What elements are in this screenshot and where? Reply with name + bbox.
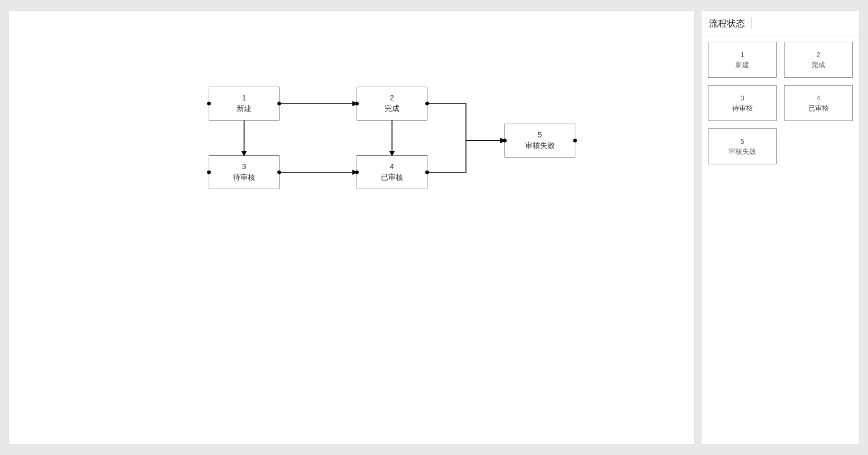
- port-right-icon[interactable]: [277, 171, 281, 174]
- state-card[interactable]: 1新建: [708, 42, 777, 78]
- flow-node-num: 3: [242, 162, 246, 172]
- port-left-icon[interactable]: [503, 139, 507, 143]
- state-card[interactable]: 4已审核: [784, 85, 853, 121]
- flow-node-num: 5: [538, 130, 542, 141]
- state-card-num: 3: [740, 93, 744, 104]
- state-card[interactable]: 3待审核: [708, 85, 777, 121]
- state-sidebar: 流程状态 1新建2完成3待审核4已审核5审核失败: [701, 11, 860, 444]
- flow-canvas[interactable]: 1新建2完成3待审核4已审核5审核失败: [8, 11, 695, 444]
- flow-node-num: 2: [390, 93, 394, 104]
- port-right-icon[interactable]: [277, 102, 281, 106]
- state-card-label: 已审核: [808, 103, 829, 114]
- port-left-icon[interactable]: [355, 171, 359, 174]
- sidebar-body: 1新建2完成3待审核4已审核5审核失败: [702, 35, 859, 171]
- flow-node-num: 4: [390, 162, 394, 172]
- state-card[interactable]: 5审核失败: [708, 128, 777, 164]
- sidebar-title: 流程状态: [709, 17, 752, 30]
- state-card-num: 1: [740, 50, 744, 60]
- flow-node[interactable]: 4已审核: [357, 155, 427, 189]
- flow-node-label: 待审核: [233, 172, 255, 183]
- state-card-label: 待审核: [732, 103, 753, 114]
- sidebar-header: 流程状态: [702, 11, 859, 35]
- flow-node[interactable]: 1新建: [209, 87, 279, 120]
- flow-node[interactable]: 3待审核: [209, 155, 279, 189]
- flow-node-label: 已审核: [381, 172, 403, 183]
- flow-edge[interactable]: [427, 141, 505, 172]
- flow-node-label: 审核失败: [525, 141, 555, 151]
- state-card-label: 新建: [735, 60, 749, 70]
- state-card-num: 5: [740, 136, 744, 147]
- flow-node[interactable]: 2完成: [357, 87, 427, 120]
- state-card-num: 2: [816, 50, 820, 60]
- port-right-icon[interactable]: [425, 102, 429, 106]
- flow-edge[interactable]: [427, 104, 505, 141]
- state-card-label: 审核失败: [729, 146, 756, 157]
- port-left-icon[interactable]: [207, 102, 211, 106]
- port-left-icon[interactable]: [207, 171, 211, 174]
- state-card-label: 完成: [811, 60, 825, 70]
- state-card-num: 4: [816, 93, 820, 104]
- port-right-icon[interactable]: [425, 171, 429, 174]
- flow-node[interactable]: 5审核失败: [505, 124, 575, 157]
- port-right-icon[interactable]: [573, 139, 577, 143]
- flow-node-num: 1: [242, 93, 246, 104]
- port-left-icon[interactable]: [355, 102, 359, 106]
- edge-layer: [9, 11, 694, 444]
- flow-node-label: 完成: [385, 104, 399, 114]
- state-card[interactable]: 2完成: [784, 42, 853, 78]
- flow-node-label: 新建: [237, 104, 251, 114]
